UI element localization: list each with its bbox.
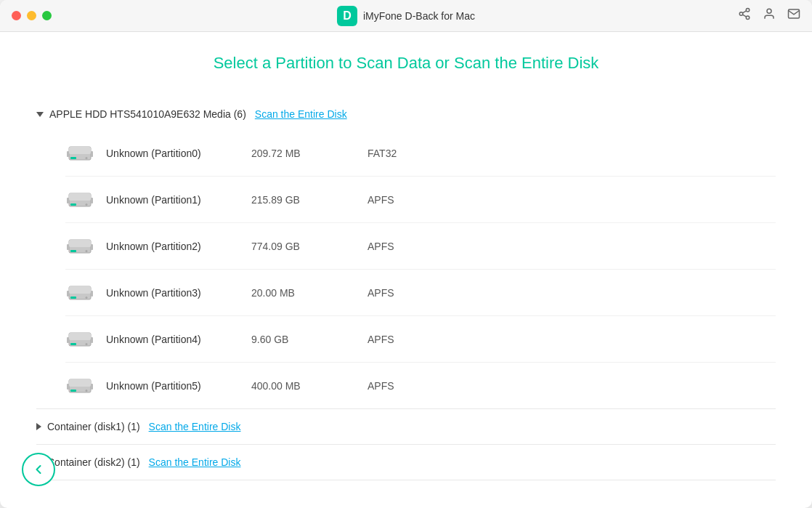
content-area: Select a Partition to Scan Data or Scan …	[0, 32, 812, 508]
svg-rect-11	[91, 151, 93, 157]
partition-size: 209.72 MB	[251, 148, 368, 159]
svg-rect-10	[67, 151, 69, 157]
svg-rect-38	[70, 390, 76, 392]
drive-icon	[65, 280, 94, 305]
svg-line-4	[742, 11, 746, 13]
partition-name: Unknown (Partition5)	[106, 380, 251, 392]
svg-rect-34	[67, 337, 69, 343]
partition-size: 215.89 GB	[251, 194, 368, 206]
traffic-lights	[12, 11, 52, 20]
container-name-1: Container (disk2) (1)	[47, 456, 140, 468]
svg-point-33	[86, 343, 88, 345]
titlebar-center: D iMyFone D-Back for Mac	[337, 6, 475, 26]
page-title: Select a Partition to Scan Data or Scan …	[36, 54, 776, 73]
container-name-0: Container (disk1) (1)	[47, 421, 140, 432]
partition-type: APFS	[368, 380, 394, 392]
partition-row[interactable]: Unknown (Partition4) 9.60 GB APFS	[65, 316, 776, 363]
maximize-button[interactable]	[42, 11, 52, 20]
partition-type: APFS	[368, 334, 394, 345]
svg-rect-25	[69, 286, 91, 294]
chevron-down-icon	[36, 112, 44, 117]
disk-section: APPLE HDD HTS541010A9E632 Media (6) Scan…	[36, 98, 776, 409]
partition-row[interactable]: Unknown (Partition1) 215.89 GB APFS	[65, 177, 776, 223]
partition-size: 774.09 GB	[251, 241, 368, 252]
partition-row[interactable]: Unknown (Partition0) 209.72 MB FAT32	[65, 130, 776, 177]
svg-point-39	[86, 390, 88, 392]
svg-rect-20	[70, 250, 76, 252]
svg-rect-7	[69, 147, 91, 154]
disk-header[interactable]: APPLE HDD HTS541010A9E632 Media (6) Scan…	[36, 98, 776, 130]
container-header-0[interactable]: Container (disk1) (1) Scan the Entire Di…	[36, 409, 776, 444]
app-logo: D	[337, 6, 357, 26]
svg-rect-41	[91, 384, 93, 390]
drive-icon	[65, 140, 94, 166]
svg-rect-28	[67, 291, 69, 297]
container-section-1: Container (disk2) (1) Scan the Entire Di…	[36, 445, 776, 480]
partition-name: Unknown (Partition4)	[106, 334, 251, 345]
partition-size: 400.00 MB	[251, 380, 368, 392]
svg-rect-14	[70, 203, 76, 206]
drive-icon	[65, 326, 94, 352]
titlebar: D iMyFone D-Back for Mac	[0, 0, 812, 32]
svg-line-3	[742, 15, 746, 17]
svg-rect-19	[69, 240, 91, 247]
minimize-button[interactable]	[27, 11, 36, 20]
logo-letter: D	[343, 9, 352, 23]
share-icon[interactable]	[738, 7, 751, 24]
svg-point-1	[739, 12, 743, 16]
container-section-0: Container (disk1) (1) Scan the Entire Di…	[36, 409, 776, 445]
app-title: iMyFone D-Back for Mac	[363, 10, 475, 22]
svg-rect-32	[70, 343, 76, 345]
containers-area: Container (disk1) (1) Scan the Entire Di…	[36, 409, 776, 480]
container-scan-link-0[interactable]: Scan the Entire Disk	[149, 421, 241, 432]
svg-point-0	[746, 9, 750, 12]
svg-point-9	[86, 157, 88, 159]
svg-rect-22	[67, 244, 69, 250]
svg-point-21	[86, 250, 88, 252]
disk-scan-entire-link[interactable]: Scan the Entire Disk	[255, 108, 347, 120]
partition-row[interactable]: Unknown (Partition2) 774.09 GB APFS	[65, 223, 776, 270]
svg-rect-40	[67, 384, 69, 390]
titlebar-right	[738, 7, 800, 24]
partition-type: APFS	[368, 194, 394, 206]
svg-rect-16	[67, 198, 69, 203]
drive-icon	[65, 187, 94, 212]
partition-type: APFS	[368, 287, 394, 299]
container-scan-link-1[interactable]: Scan the Entire Disk	[149, 456, 241, 468]
svg-rect-8	[70, 157, 76, 159]
svg-rect-35	[91, 337, 93, 343]
main-window: D iMyFone D-Back for Mac	[0, 0, 812, 508]
svg-rect-31	[69, 333, 91, 340]
svg-rect-23	[91, 244, 93, 250]
disk-name: APPLE HDD HTS541010A9E632 Media (6)	[49, 108, 246, 120]
container-header-1[interactable]: Container (disk2) (1) Scan the Entire Di…	[36, 445, 776, 480]
mail-icon[interactable]	[787, 7, 800, 24]
svg-point-27	[86, 297, 88, 299]
svg-rect-17	[91, 198, 93, 203]
svg-rect-37	[69, 379, 91, 387]
svg-point-2	[746, 16, 750, 20]
partition-type: FAT32	[368, 148, 397, 159]
user-icon[interactable]	[763, 7, 776, 24]
partition-row[interactable]: Unknown (Partition5) 400.00 MB APFS	[65, 363, 776, 408]
partition-name: Unknown (Partition2)	[106, 241, 251, 252]
partition-name: Unknown (Partition0)	[106, 148, 251, 159]
partition-name: Unknown (Partition3)	[106, 287, 251, 299]
svg-rect-26	[70, 297, 76, 299]
partition-name: Unknown (Partition1)	[106, 194, 251, 206]
partition-size: 9.60 GB	[251, 334, 368, 345]
svg-point-15	[86, 203, 88, 206]
svg-rect-13	[69, 193, 91, 201]
partition-row[interactable]: Unknown (Partition3) 20.00 MB APFS	[65, 270, 776, 316]
partition-size: 20.00 MB	[251, 287, 368, 299]
close-button[interactable]	[12, 11, 21, 20]
drive-icon	[65, 373, 94, 398]
svg-point-5	[767, 9, 771, 13]
drive-icon	[65, 233, 94, 259]
chevron-right-icon	[36, 423, 41, 430]
svg-rect-29	[91, 291, 93, 297]
partitions-list: Unknown (Partition0) 209.72 MB FAT32 Unk…	[36, 130, 776, 408]
partition-type: APFS	[368, 241, 394, 252]
back-button[interactable]	[22, 453, 55, 486]
